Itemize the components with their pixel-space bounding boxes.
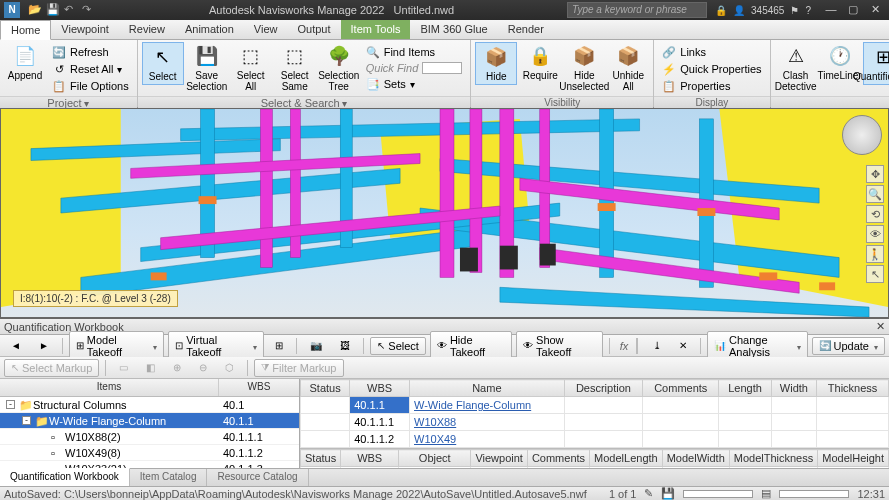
help-search[interactable]: Type a keyword or phrase	[567, 2, 707, 18]
nav-select-icon[interactable]: ↖	[866, 265, 884, 283]
table-row[interactable]: 40.1.1.1W10X88	[301, 414, 889, 431]
qtab-resource-catalog[interactable]: Resource Catalog	[207, 469, 308, 486]
minimize-button[interactable]: ―	[821, 3, 841, 17]
tree-row[interactable]: -📁Structural Columns40.1	[0, 397, 299, 413]
close-button[interactable]: ✕	[865, 3, 885, 17]
tab-render[interactable]: Render	[498, 20, 554, 39]
quick-find-input[interactable]: Quick Find	[362, 61, 467, 75]
col-header[interactable]: Viewpoint	[471, 450, 528, 467]
quick-properties-button[interactable]: ⚡Quick Properties	[658, 61, 765, 77]
qat-save-icon[interactable]: 💾	[46, 3, 60, 17]
col-header[interactable]: Object	[399, 450, 471, 467]
tab-animation[interactable]: Animation	[175, 20, 244, 39]
qtab-item-catalog[interactable]: Item Catalog	[130, 469, 208, 486]
append-button[interactable]: 📄Append	[4, 42, 46, 83]
import-button[interactable]: ⤓	[646, 337, 668, 354]
infocenter-icon[interactable]: 🔒	[715, 5, 727, 16]
markup-area-icon[interactable]: ◧	[139, 359, 162, 376]
require-button[interactable]: 🔒Require	[519, 42, 561, 83]
col-header[interactable]: Length	[719, 380, 771, 397]
table-row[interactable]: 40.1.1W-Wide Flange-Column	[301, 397, 889, 414]
col-header[interactable]: ModelThickness	[729, 450, 817, 467]
markup-backout-icon[interactable]: ⊖	[192, 359, 214, 376]
select-button-q[interactable]: ↖ Select	[370, 337, 426, 355]
select-markup-button[interactable]: ↖ Select Markup	[4, 359, 99, 377]
help-icon[interactable]: ?	[805, 5, 811, 16]
hide-button[interactable]: 📦Hide	[475, 42, 517, 85]
memory-icon[interactable]: ▤	[761, 487, 771, 500]
col-header[interactable]: Description	[564, 380, 642, 397]
markup-count-icon[interactable]: ⊕	[166, 359, 188, 376]
tree-head-wbs[interactable]: WBS	[219, 379, 299, 396]
properties-button[interactable]: 📋Properties	[658, 78, 765, 94]
markup-line-icon[interactable]: ▭	[112, 359, 135, 376]
nav-orbit-icon[interactable]: ⟲	[866, 205, 884, 223]
refresh-button[interactable]: 🔄Refresh	[48, 44, 133, 60]
tab-item-tools[interactable]: Item Tools	[341, 20, 411, 39]
quantification-button[interactable]: ⊞Quantification	[863, 42, 889, 85]
col-header[interactable]: WBS	[350, 380, 410, 397]
drive-icon[interactable]: 💾	[661, 487, 675, 500]
save-selection-button[interactable]: 💾Save Selection	[186, 42, 228, 94]
select-same-button[interactable]: ⬚Select Same	[274, 42, 316, 94]
show-takeoff-button[interactable]: 👁 Show Takeoff	[516, 331, 603, 361]
nav-pan-icon[interactable]: ✥	[866, 165, 884, 183]
nav-look-icon[interactable]: 👁	[866, 225, 884, 243]
filter-markup-button[interactable]: ⧩ Filter Markup	[254, 359, 343, 377]
col-header[interactable]: ModelWidth	[662, 450, 729, 467]
favorite-icon[interactable]: ⚑	[790, 5, 799, 16]
col-header[interactable]: Comments	[527, 450, 589, 467]
formula-input[interactable]	[636, 338, 638, 354]
update-button[interactable]: 🔄 Update	[812, 337, 885, 355]
col-header[interactable]: ModelLength	[590, 450, 663, 467]
mask-button[interactable]: 🖼	[333, 337, 357, 354]
tab-bim-360-glue[interactable]: BIM 360 Glue	[410, 20, 497, 39]
select-button[interactable]: ↖Select	[142, 42, 184, 85]
qat-redo-icon[interactable]: ↷	[82, 3, 96, 17]
file-options-button[interactable]: 📋File Options	[48, 78, 133, 94]
col-header[interactable]: Status	[301, 380, 350, 397]
col-header[interactable]: Comments	[643, 380, 719, 397]
reset-all-button[interactable]: ↺Reset All ▾	[48, 61, 133, 77]
view-cube[interactable]	[842, 115, 882, 155]
select-all-button[interactable]: ⬚Select All	[230, 42, 272, 94]
nav-fwd-button[interactable]: ►	[32, 337, 56, 354]
tree-row[interactable]: -📁W-Wide Flange-Column40.1.1	[0, 413, 299, 429]
find-items-button[interactable]: 🔍Find Items	[362, 44, 467, 60]
model-takeoff-button[interactable]: ⊞ Model Takeoff	[69, 331, 164, 361]
col-header[interactable]: Width	[771, 380, 817, 397]
sets-button[interactable]: 📑Sets ▾	[362, 76, 467, 92]
links-button[interactable]: 🔗Links	[658, 44, 765, 60]
pencil-icon[interactable]: ✎	[644, 487, 653, 500]
tab-output[interactable]: Output	[288, 20, 341, 39]
col-header[interactable]: Name	[410, 380, 565, 397]
maximize-button[interactable]: ▢	[843, 3, 863, 17]
delete-button[interactable]: ✕	[672, 337, 694, 354]
tab-viewpoint[interactable]: Viewpoint	[51, 20, 119, 39]
virtual-takeoff-button[interactable]: ⊡ Virtual Takeoff	[168, 331, 264, 361]
col-header[interactable]: WBS	[341, 450, 399, 467]
tree-row[interactable]: ▫W10X88(2)40.1.1.1	[0, 429, 299, 445]
col-header[interactable]: Thickness	[817, 380, 889, 397]
tree-row[interactable]: ▫W10X49(8)40.1.1.2	[0, 445, 299, 461]
clash-detective-button[interactable]: ⚠Clash Detective	[775, 42, 817, 94]
table-row[interactable]: 40.1.1.2W10X49	[301, 431, 889, 448]
expand-button[interactable]: ⊞	[268, 337, 290, 354]
nav-back-button[interactable]: ◄	[4, 337, 28, 354]
nav-walk-icon[interactable]: 🚶	[866, 245, 884, 263]
col-header[interactable]: ModelHeight	[818, 450, 889, 467]
change-analysis-button[interactable]: 📊 Change Analysis	[707, 331, 808, 361]
tab-review[interactable]: Review	[119, 20, 175, 39]
col-header[interactable]: Status	[301, 450, 341, 467]
tree-row[interactable]: ▫W10X33(21)40.1.1.3	[0, 461, 299, 468]
markup-polyline-icon[interactable]: ⬡	[218, 359, 241, 376]
hide-takeoff-button[interactable]: 👁 Hide Takeoff	[430, 331, 512, 361]
qat-undo-icon[interactable]: ↶	[64, 3, 78, 17]
tab-home[interactable]: Home	[0, 20, 51, 40]
nav-zoom-icon[interactable]: 🔍	[866, 185, 884, 203]
hide-unselected-button[interactable]: 📦Hide Unselected	[563, 42, 605, 94]
tab-view[interactable]: View	[244, 20, 288, 39]
3d-viewport[interactable]: I:8(1):10(-2) : F.C. @ Level 3 (-28) ✥ 🔍…	[0, 108, 889, 318]
qtab-quantification-workbook[interactable]: Quantification Workbook	[0, 468, 130, 486]
selection-tree-button[interactable]: 🌳Selection Tree	[318, 42, 360, 94]
